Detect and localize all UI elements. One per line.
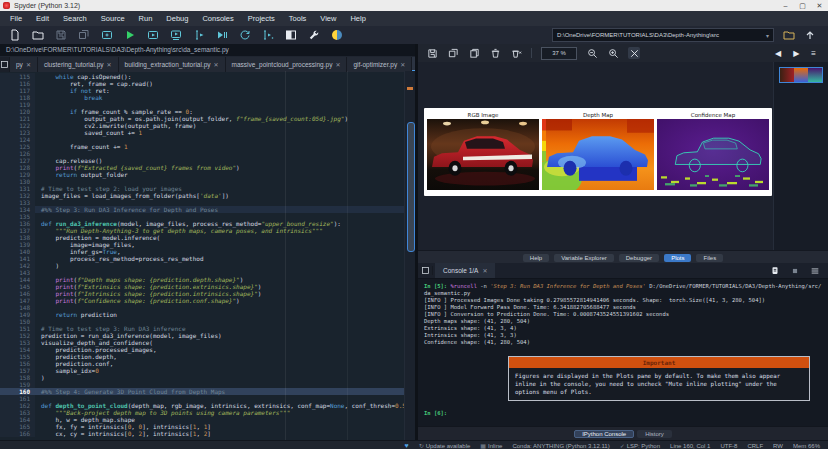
code-line[interactable]: 133: [0, 199, 415, 206]
editor-tab-massive-pointcloud-processing-py[interactable]: massive_pointcloud_processing.py✕: [226, 57, 348, 72]
save-plot-icon[interactable]: [426, 47, 438, 59]
code-line[interactable]: 147 print(f"Confidence shape: {predictio…: [0, 297, 415, 304]
zoom-out-icon[interactable]: [586, 47, 598, 59]
code-line[interactable]: 124: [0, 136, 415, 143]
code-line[interactable]: 126: [0, 150, 415, 157]
run-to-line-icon[interactable]: [261, 29, 274, 42]
debug-file-icon[interactable]: [215, 29, 228, 42]
code-line[interactable]: 140 infer_gs=True,: [0, 248, 415, 255]
code-line[interactable]: 161: [0, 395, 415, 402]
code-line[interactable]: 138 prediction = model.inference(: [0, 234, 415, 241]
code-line[interactable]: 165 fx, fy = intrinsics[0, 0], intrinsic…: [0, 423, 415, 430]
status-rw[interactable]: RW: [773, 443, 783, 449]
menu-view[interactable]: View: [313, 11, 343, 26]
pane-tab-debugger[interactable]: Debugger: [619, 254, 659, 262]
status-lsp-python[interactable]: ✓LSP: Python: [620, 442, 660, 449]
maximize-button[interactable]: ▢: [794, 0, 811, 11]
code-line[interactable]: 153visualize_depth_and_confidence(: [0, 339, 415, 346]
parent-dir-icon[interactable]: [803, 29, 816, 42]
code-line[interactable]: 143: [0, 269, 415, 276]
console-tab-history[interactable]: History: [637, 430, 672, 438]
status-heart[interactable]: ♥: [404, 442, 408, 449]
code-line[interactable]: 142 ): [0, 262, 415, 269]
code-line[interactable]: 134#%% Step 3: Run DA3 Inference for Dep…: [0, 206, 415, 213]
menu-edit[interactable]: Edit: [29, 11, 56, 26]
code-line[interactable]: 148: [0, 304, 415, 311]
menu-consoles[interactable]: Consoles: [195, 11, 240, 26]
code-line[interactable]: 151# Time to test step 3: Run DA3 infere…: [0, 325, 415, 332]
close-button[interactable]: ✕: [811, 0, 828, 11]
ipython-console-output[interactable]: In [5]: %runcell -n 'Step 3: Run DA3 Inf…: [418, 278, 828, 427]
save-all-plots-icon[interactable]: [447, 47, 459, 59]
code-line[interactable]: 150: [0, 318, 415, 325]
status-crlf[interactable]: CRLF: [747, 443, 763, 449]
code-line[interactable]: 135: [0, 213, 415, 220]
pane-tab-files[interactable]: Files: [696, 254, 723, 262]
pane-tab-variable-explorer[interactable]: Variable Explorer: [554, 254, 614, 262]
menu-source[interactable]: Source: [94, 11, 132, 26]
preferences-icon[interactable]: [307, 29, 320, 42]
new-file-icon[interactable]: [8, 29, 21, 42]
editor-tab-building-extraction-tutorial-py[interactable]: building_extraction_tutorial.py✕: [119, 57, 226, 72]
code-line[interactable]: 146 print(f"Intrinsics shape: {predictio…: [0, 290, 415, 297]
editor-tab-py[interactable]: py✕: [10, 57, 38, 72]
code-line[interactable]: 158): [0, 374, 415, 381]
run-cell-icon[interactable]: [146, 29, 159, 42]
code-line[interactable]: 163 """Back-project depth map to 3D poin…: [0, 409, 415, 416]
working-dir-select[interactable]: D:\OneDrive\FORMER\TUTORIALS\DA3\Depth-A…: [552, 28, 774, 42]
status-inline[interactable]: ▦Inline: [480, 442, 502, 449]
code-line[interactable]: 115 while cap.isOpened():: [0, 73, 415, 80]
maximize-pane-icon[interactable]: [284, 29, 297, 42]
menu-tools[interactable]: Tools: [282, 11, 314, 26]
close-icon[interactable]: ✕: [26, 61, 31, 68]
menu-projects[interactable]: Projects: [241, 11, 282, 26]
status-update-available[interactable]: ↻Update available: [419, 442, 471, 449]
code-line[interactable]: 139 image=image_files,: [0, 241, 415, 248]
code-editor[interactable]: 115 while cap.isOpened():116 ret, frame …: [0, 71, 415, 440]
code-line[interactable]: 130: [0, 178, 415, 185]
code-line[interactable]: 141 process_res_method=process_res_metho…: [0, 255, 415, 262]
code-line[interactable]: 154 prediction.processed_images,: [0, 346, 415, 353]
code-line[interactable]: 119: [0, 101, 415, 108]
close-icon[interactable]: ✕: [400, 61, 405, 68]
status-line-160-col-1[interactable]: Line 160, Col 1: [670, 443, 710, 449]
code-line[interactable]: 121 output_path = os.path.join(output_fo…: [0, 115, 415, 122]
code-line[interactable]: 127 cap.release(): [0, 157, 415, 164]
plot-zoom-value[interactable]: 37 %: [541, 47, 577, 60]
status-conda-anything-python-3-12-11-[interactable]: Conda: ANYTHING (Python 3.12.11): [512, 443, 609, 449]
rerun-cell-icon[interactable]: [238, 29, 251, 42]
code-line[interactable]: 157 sample_idx=0: [0, 367, 415, 374]
remove-all-plots-icon[interactable]: [510, 47, 522, 59]
previous-plot-icon[interactable]: ◀: [775, 49, 781, 58]
code-line[interactable]: 156 prediction.conf,: [0, 360, 415, 367]
code-line[interactable]: 155 prediction.depth,: [0, 353, 415, 360]
next-plot-icon[interactable]: ▶: [793, 49, 799, 58]
code-line[interactable]: 164 h, w = depth_map.shape: [0, 416, 415, 423]
console-tab[interactable]: Console 1/A ✕: [435, 263, 495, 278]
menu-debug[interactable]: Debug: [159, 11, 195, 26]
close-icon[interactable]: ✕: [482, 267, 487, 274]
code-line[interactable]: 118 break: [0, 94, 415, 101]
new-cell-icon[interactable]: [100, 29, 113, 42]
code-line[interactable]: 123 saved_count += 1: [0, 129, 415, 136]
scrollbar-thumb[interactable]: [407, 122, 415, 252]
current-code-line[interactable]: 160#%% Step 4: Generate 3D Point Cloud f…: [0, 388, 415, 395]
code-line[interactable]: 152prediction = run_da3_inference(model,…: [0, 332, 415, 339]
code-line[interactable]: 122 cv2.imwrite(output_path, frame): [0, 122, 415, 129]
save-all-icon[interactable]: [77, 29, 90, 42]
menu-run[interactable]: Run: [132, 11, 160, 26]
code-line[interactable]: 149 return prediction: [0, 311, 415, 318]
code-line[interactable]: 159: [0, 381, 415, 388]
run-cell-advance-icon[interactable]: [169, 29, 182, 42]
plot-thumbnail[interactable]: [779, 67, 823, 83]
browse-tabs-icon[interactable]: [0, 57, 10, 72]
browse-working-dir-icon[interactable]: [782, 29, 795, 42]
console-browse-tabs-icon[interactable]: [418, 266, 433, 275]
status-mem-66-[interactable]: Mem 66%: [793, 443, 820, 449]
run-selection-icon[interactable]: [192, 29, 205, 42]
code-line[interactable]: 117 if not ret:: [0, 87, 415, 94]
code-line[interactable]: 144 print(f"Depth maps shape: {predictio…: [0, 276, 415, 283]
editor-tab-clustering-tutorial-py[interactable]: clustering_tutorial.py✕: [38, 57, 119, 72]
code-line[interactable]: 166 cx, cy = intrinsics[0, 2], intrinsic…: [0, 430, 415, 437]
plots-options-menu-icon[interactable]: ≡: [811, 49, 816, 58]
